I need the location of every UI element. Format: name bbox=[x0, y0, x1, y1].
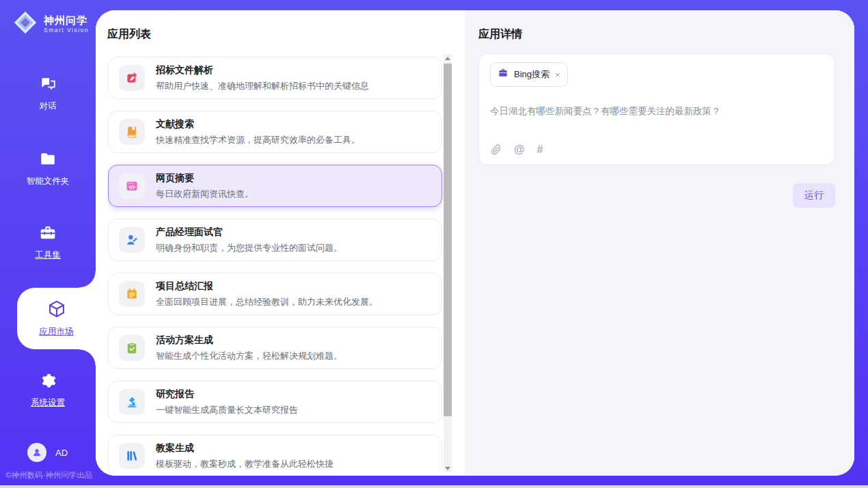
app-list-title: 应用列表 bbox=[107, 27, 151, 42]
app-desc: 一键智能生成高质量长文本研究报告 bbox=[156, 404, 298, 416]
app-name: 文献搜索 bbox=[156, 118, 360, 131]
app-desc: 每日政府新闻资讯快查。 bbox=[156, 188, 254, 200]
run-button[interactable]: 运行 bbox=[793, 183, 835, 208]
app-name: 活动方案生成 bbox=[156, 334, 342, 347]
app-desc: 全面回顾项目进展，总结经验教训，助力未来优化发展。 bbox=[156, 296, 378, 308]
document-edit-icon bbox=[119, 65, 145, 91]
folder-icon bbox=[39, 159, 57, 170]
attachment-toolbar: @ # bbox=[491, 144, 543, 156]
user-name: AD bbox=[55, 448, 68, 458]
app-name: 网页摘要 bbox=[156, 172, 254, 185]
app-desc: 智能生成个性化活动方案，轻松解决规划难题。 bbox=[156, 350, 342, 362]
book-icon bbox=[119, 119, 145, 145]
sidebar-item-label: 系统设置 bbox=[0, 397, 96, 409]
sidebar-item-app-market[interactable]: 应用市场 bbox=[17, 288, 96, 349]
avatar bbox=[27, 443, 46, 462]
tool-chip-label: Bing搜索 bbox=[514, 68, 550, 81]
chat-icon bbox=[39, 83, 57, 95]
cube-icon bbox=[47, 299, 66, 321]
sidebar-item-chat[interactable]: 对话 bbox=[0, 75, 96, 112]
clipboard-check-icon bbox=[119, 335, 145, 361]
brand-name: 神州问学 bbox=[44, 14, 87, 26]
run-row: 运行 bbox=[478, 183, 835, 208]
app-name: 研究报告 bbox=[156, 388, 298, 401]
app-detail-title: 应用详情 bbox=[478, 27, 835, 42]
close-icon[interactable]: × bbox=[555, 70, 560, 79]
app-card-pm-interviewer[interactable]: 产品经理面试官 明确身份和职责，为您提供专业性的面试问题。 bbox=[108, 219, 442, 261]
sidebar: 神州问学 Smart Vision 对话 智能文件夹 bbox=[0, 0, 96, 488]
gear-icon bbox=[39, 380, 57, 392]
app-list: 招标文件解析 帮助用户快速、准确地理解和解析招标书中的关键信息 文献搜索 bbox=[108, 57, 442, 474]
microscope-icon bbox=[119, 389, 145, 415]
mention-icon[interactable]: @ bbox=[514, 144, 525, 156]
tool-chip-bing-search[interactable]: Bing搜索 × bbox=[490, 62, 568, 87]
browser-code-icon bbox=[119, 173, 145, 199]
app-card-research-report[interactable]: 研究报告 一键智能生成高质量长文本研究报告 bbox=[108, 381, 442, 423]
app-card-project-summary[interactable]: 项目总结汇报 全面回顾项目进展，总结经验教训，助力未来优化发展。 bbox=[108, 273, 442, 315]
prompt-text[interactable]: 今日湖北有哪些新闻要点？有哪些需要关注的最新政策？ bbox=[490, 105, 824, 118]
bottom-edge-strip bbox=[0, 485, 868, 488]
sidebar-item-label: 智能文件夹 bbox=[0, 176, 96, 187]
interviewer-icon bbox=[119, 227, 145, 253]
app-name: 项目总结汇报 bbox=[156, 280, 378, 293]
diamond-logo-icon bbox=[12, 10, 38, 38]
brand-tagline: Smart Vision bbox=[44, 27, 89, 33]
app-card-literature-search[interactable]: 文献搜索 快速精准查找学术资源，提高研究效率的必备工具。 bbox=[108, 111, 442, 153]
app-card-event-plan[interactable]: 活动方案生成 智能生成个性化活动方案，轻松解决规划难题。 bbox=[108, 327, 442, 369]
brand-logo: 神州问学 Smart Vision bbox=[12, 10, 89, 38]
hash-icon[interactable]: # bbox=[537, 144, 543, 156]
sidebar-item-label: 应用市场 bbox=[40, 326, 74, 338]
app-card-web-summary[interactable]: 网页摘要 每日政府新闻资讯快查。 bbox=[108, 165, 442, 207]
calendar-icon bbox=[119, 281, 145, 307]
scrollbar-thumb[interactable] bbox=[444, 64, 452, 416]
user-account[interactable]: AD bbox=[27, 443, 68, 462]
briefcase-icon bbox=[498, 68, 508, 81]
app-name: 产品经理面试官 bbox=[156, 226, 342, 239]
books-icon bbox=[119, 443, 145, 469]
scroll-down-button[interactable] bbox=[444, 464, 452, 472]
app-list-panel: 应用列表 招标文件解析 帮助用户快速、准确地理解和解析招标书中的关键信息 bbox=[96, 10, 465, 476]
scroll-up-button[interactable] bbox=[444, 54, 452, 62]
app-desc: 帮助用户快速、准确地理解和解析招标书中的关键信息 bbox=[156, 80, 369, 92]
app-name: 教案生成 bbox=[156, 442, 334, 455]
copyright-footer: ©神州数码·神州问学出品 bbox=[5, 470, 92, 480]
sidebar-item-toolbox[interactable]: 工具集 bbox=[0, 224, 96, 261]
sidebar-item-label: 工具集 bbox=[0, 249, 96, 261]
toolbox-icon bbox=[39, 232, 57, 244]
sidebar-item-settings[interactable]: 系统设置 bbox=[0, 372, 96, 409]
app-card-bid-parsing[interactable]: 招标文件解析 帮助用户快速、准确地理解和解析招标书中的关键信息 bbox=[108, 57, 442, 99]
app-card-lesson-plan[interactable]: 教案生成 模板驱动，教案秒成，教学准备从此轻松快捷 bbox=[108, 435, 442, 474]
prompt-input-card[interactable]: Bing搜索 × 今日湖北有哪些新闻要点？有哪些需要关注的最新政策？ @ # bbox=[478, 53, 835, 165]
paperclip-icon[interactable] bbox=[491, 144, 502, 155]
app-root: 神州问学 Smart Vision 对话 智能文件夹 bbox=[0, 0, 868, 488]
app-desc: 模板驱动，教案秒成，教学准备从此轻松快捷 bbox=[156, 458, 334, 470]
sidebar-item-folders[interactable]: 智能文件夹 bbox=[0, 150, 96, 187]
app-name: 招标文件解析 bbox=[156, 64, 369, 77]
sidebar-item-label: 对话 bbox=[0, 100, 96, 112]
app-list-scrollbar[interactable] bbox=[444, 54, 452, 472]
main-panel: 应用列表 招标文件解析 帮助用户快速、准确地理解和解析招标书中的关键信息 bbox=[96, 10, 854, 476]
app-detail-panel: 应用详情 Bing搜索 × 今日湖北有哪些新闻要点？有哪些需要关注的最新政策？ bbox=[465, 10, 854, 476]
app-desc: 快速精准查找学术资源，提高研究效率的必备工具。 bbox=[156, 134, 360, 146]
app-desc: 明确身份和职责，为您提供专业性的面试问题。 bbox=[156, 242, 342, 254]
